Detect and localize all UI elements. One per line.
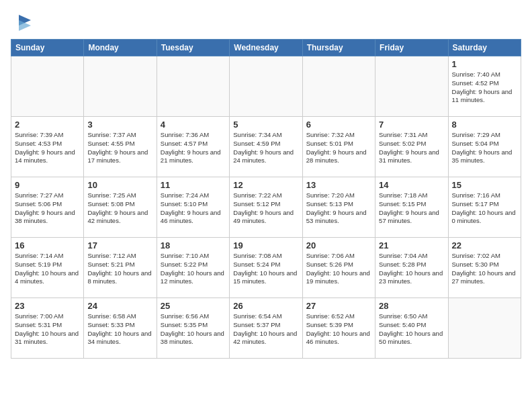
calendar-cell: 25Sunrise: 6:56 AM Sunset: 5:35 PM Dayli…	[157, 298, 229, 359]
calendar-cell: 23Sunrise: 7:00 AM Sunset: 5:31 PM Dayli…	[11, 298, 84, 359]
day-number: 21	[379, 240, 444, 250]
day-number: 13	[306, 180, 371, 190]
calendar-cell	[302, 56, 375, 117]
calendar-cell: 2Sunrise: 7:39 AM Sunset: 4:53 PM Daylig…	[11, 117, 84, 177]
calendar-cell: 26Sunrise: 6:54 AM Sunset: 5:37 PM Dayli…	[230, 298, 302, 359]
calendar-cell: 14Sunrise: 7:18 AM Sunset: 5:15 PM Dayli…	[375, 177, 448, 238]
day-header-tuesday: Tuesday	[157, 40, 229, 56]
day-number: 16	[15, 240, 80, 250]
day-info: Sunrise: 7:29 AM Sunset: 5:04 PM Dayligh…	[452, 131, 517, 165]
day-number: 25	[161, 301, 226, 311]
calendar-cell: 22Sunrise: 7:02 AM Sunset: 5:30 PM Dayli…	[448, 238, 521, 298]
day-number: 3	[87, 120, 152, 130]
day-header-wednesday: Wednesday	[230, 40, 302, 56]
calendar-cell	[157, 56, 229, 117]
calendar-cell: 9Sunrise: 7:27 AM Sunset: 5:06 PM Daylig…	[11, 177, 84, 238]
calendar-cell: 5Sunrise: 7:34 AM Sunset: 4:59 PM Daylig…	[230, 117, 302, 177]
day-info: Sunrise: 7:25 AM Sunset: 5:08 PM Dayligh…	[87, 191, 152, 226]
day-info: Sunrise: 7:22 AM Sunset: 5:12 PM Dayligh…	[233, 191, 298, 226]
day-info: Sunrise: 7:36 AM Sunset: 4:57 PM Dayligh…	[161, 131, 226, 165]
week-row-4: 16Sunrise: 7:14 AM Sunset: 5:19 PM Dayli…	[11, 238, 521, 298]
day-info: Sunrise: 7:37 AM Sunset: 4:55 PM Dayligh…	[87, 131, 152, 165]
calendar-cell: 21Sunrise: 7:04 AM Sunset: 5:28 PM Dayli…	[375, 238, 448, 298]
day-number: 27	[306, 301, 371, 311]
calendar-cell	[230, 56, 302, 117]
calendar-header-row: SundayMondayTuesdayWednesdayThursdayFrid…	[11, 40, 521, 56]
day-number: 15	[452, 180, 517, 190]
day-number: 9	[15, 180, 80, 190]
day-number: 26	[233, 301, 298, 311]
day-number: 1	[452, 59, 517, 69]
calendar-cell: 6Sunrise: 7:32 AM Sunset: 5:01 PM Daylig…	[302, 117, 375, 177]
day-info: Sunrise: 6:52 AM Sunset: 5:39 PM Dayligh…	[306, 312, 371, 347]
day-number: 4	[161, 120, 226, 130]
day-info: Sunrise: 7:10 AM Sunset: 5:22 PM Dayligh…	[161, 252, 226, 286]
day-info: Sunrise: 6:58 AM Sunset: 5:33 PM Dayligh…	[87, 312, 152, 347]
calendar-cell: 16Sunrise: 7:14 AM Sunset: 5:19 PM Dayli…	[11, 238, 84, 298]
day-number: 22	[452, 240, 517, 250]
day-number: 24	[87, 301, 152, 311]
day-info: Sunrise: 7:12 AM Sunset: 5:21 PM Dayligh…	[87, 252, 152, 286]
day-header-thursday: Thursday	[302, 40, 375, 56]
calendar-cell: 27Sunrise: 6:52 AM Sunset: 5:39 PM Dayli…	[302, 298, 375, 359]
calendar-cell: 4Sunrise: 7:36 AM Sunset: 4:57 PM Daylig…	[157, 117, 229, 177]
day-number: 20	[306, 240, 371, 250]
day-number: 19	[233, 240, 298, 250]
calendar-cell: 24Sunrise: 6:58 AM Sunset: 5:33 PM Dayli…	[84, 298, 157, 359]
day-info: Sunrise: 7:02 AM Sunset: 5:30 PM Dayligh…	[452, 252, 517, 286]
page-header	[11, 11, 521, 34]
day-info: Sunrise: 7:16 AM Sunset: 5:17 PM Dayligh…	[452, 191, 517, 226]
week-row-2: 2Sunrise: 7:39 AM Sunset: 4:53 PM Daylig…	[11, 117, 521, 177]
day-info: Sunrise: 7:24 AM Sunset: 5:10 PM Dayligh…	[161, 191, 226, 226]
day-number: 6	[306, 120, 371, 130]
day-info: Sunrise: 7:39 AM Sunset: 4:53 PM Dayligh…	[15, 131, 80, 165]
calendar: SundayMondayTuesdayWednesdayThursdayFrid…	[11, 39, 521, 359]
day-number: 8	[452, 120, 517, 130]
calendar-cell: 12Sunrise: 7:22 AM Sunset: 5:12 PM Dayli…	[230, 177, 302, 238]
week-row-1: 1Sunrise: 7:40 AM Sunset: 4:52 PM Daylig…	[11, 56, 521, 117]
day-info: Sunrise: 7:32 AM Sunset: 5:01 PM Dayligh…	[306, 131, 371, 165]
day-info: Sunrise: 7:20 AM Sunset: 5:13 PM Dayligh…	[306, 191, 371, 226]
day-info: Sunrise: 7:31 AM Sunset: 5:02 PM Dayligh…	[379, 131, 444, 165]
calendar-cell: 3Sunrise: 7:37 AM Sunset: 4:55 PM Daylig…	[84, 117, 157, 177]
logo-icon	[12, 11, 35, 34]
day-number: 10	[87, 180, 152, 190]
day-info: Sunrise: 7:40 AM Sunset: 4:52 PM Dayligh…	[452, 71, 517, 105]
day-number: 2	[15, 120, 80, 130]
week-row-3: 9Sunrise: 7:27 AM Sunset: 5:06 PM Daylig…	[11, 177, 521, 238]
day-number: 12	[233, 180, 298, 190]
calendar-cell: 19Sunrise: 7:08 AM Sunset: 5:24 PM Dayli…	[230, 238, 302, 298]
day-number: 17	[87, 240, 152, 250]
calendar-cell	[375, 56, 448, 117]
day-info: Sunrise: 7:08 AM Sunset: 5:24 PM Dayligh…	[233, 252, 298, 286]
day-number: 5	[233, 120, 298, 130]
calendar-cell: 11Sunrise: 7:24 AM Sunset: 5:10 PM Dayli…	[157, 177, 229, 238]
calendar-cell	[11, 56, 84, 117]
day-header-sunday: Sunday	[11, 40, 84, 56]
calendar-cell: 10Sunrise: 7:25 AM Sunset: 5:08 PM Dayli…	[84, 177, 157, 238]
calendar-cell: 18Sunrise: 7:10 AM Sunset: 5:22 PM Dayli…	[157, 238, 229, 298]
day-number: 23	[15, 301, 80, 311]
day-header-friday: Friday	[375, 40, 448, 56]
day-header-saturday: Saturday	[448, 40, 521, 56]
day-number: 28	[379, 301, 444, 311]
calendar-cell: 1Sunrise: 7:40 AM Sunset: 4:52 PM Daylig…	[448, 56, 521, 117]
calendar-cell: 8Sunrise: 7:29 AM Sunset: 5:04 PM Daylig…	[448, 117, 521, 177]
day-info: Sunrise: 7:14 AM Sunset: 5:19 PM Dayligh…	[15, 252, 80, 286]
day-info: Sunrise: 6:50 AM Sunset: 5:40 PM Dayligh…	[379, 312, 444, 347]
day-info: Sunrise: 7:18 AM Sunset: 5:15 PM Dayligh…	[379, 191, 444, 226]
calendar-cell: 15Sunrise: 7:16 AM Sunset: 5:17 PM Dayli…	[448, 177, 521, 238]
calendar-cell: 13Sunrise: 7:20 AM Sunset: 5:13 PM Dayli…	[302, 177, 375, 238]
week-row-5: 23Sunrise: 7:00 AM Sunset: 5:31 PM Dayli…	[11, 298, 521, 359]
logo	[11, 11, 35, 34]
day-number: 18	[161, 240, 226, 250]
day-info: Sunrise: 6:54 AM Sunset: 5:37 PM Dayligh…	[233, 312, 298, 347]
day-number: 14	[379, 180, 444, 190]
day-info: Sunrise: 7:27 AM Sunset: 5:06 PM Dayligh…	[15, 191, 80, 226]
calendar-cell	[448, 298, 521, 359]
calendar-cell: 20Sunrise: 7:06 AM Sunset: 5:26 PM Dayli…	[302, 238, 375, 298]
calendar-cell: 7Sunrise: 7:31 AM Sunset: 5:02 PM Daylig…	[375, 117, 448, 177]
day-info: Sunrise: 6:56 AM Sunset: 5:35 PM Dayligh…	[161, 312, 226, 347]
day-header-monday: Monday	[84, 40, 157, 56]
day-info: Sunrise: 7:34 AM Sunset: 4:59 PM Dayligh…	[233, 131, 298, 165]
